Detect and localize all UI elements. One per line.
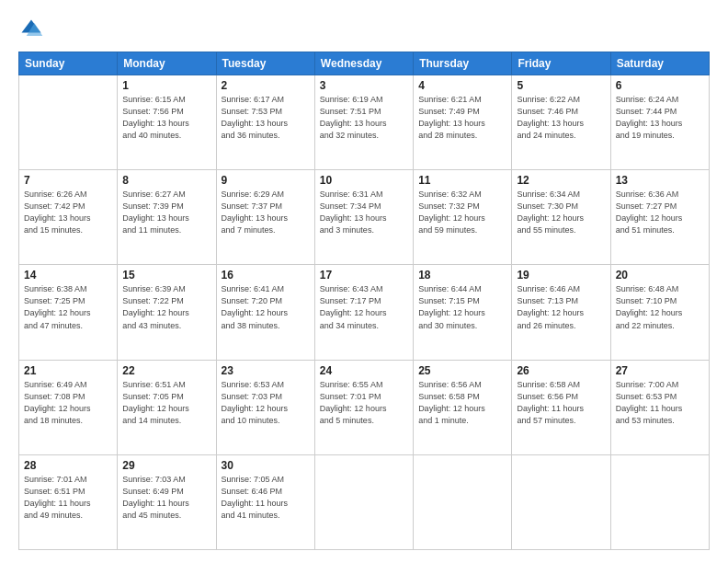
calendar-cell: 9Sunrise: 6:29 AM Sunset: 7:37 PM Daylig…	[216, 170, 314, 265]
day-number: 2	[222, 79, 310, 92]
calendar-header-monday: Monday	[118, 52, 216, 75]
day-info: Sunrise: 7:03 AM Sunset: 6:49 PM Dayligh…	[122, 474, 210, 522]
day-info: Sunrise: 6:17 AM Sunset: 7:53 PM Dayligh…	[222, 94, 310, 142]
day-number: 30	[222, 459, 310, 472]
day-number: 21	[24, 364, 112, 377]
day-number: 13	[616, 174, 704, 187]
day-info: Sunrise: 6:43 AM Sunset: 7:17 PM Dayligh…	[320, 283, 408, 331]
calendar-cell	[19, 75, 118, 170]
calendar-cell: 5Sunrise: 6:22 AM Sunset: 7:46 PM Daylig…	[512, 75, 610, 170]
day-info: Sunrise: 6:48 AM Sunset: 7:10 PM Dayligh…	[616, 283, 704, 331]
calendar-cell: 24Sunrise: 6:55 AM Sunset: 7:01 PM Dayli…	[314, 360, 413, 454]
day-info: Sunrise: 6:51 AM Sunset: 7:05 PM Dayligh…	[122, 379, 210, 427]
day-number: 29	[122, 459, 210, 472]
day-info: Sunrise: 6:38 AM Sunset: 7:25 PM Dayligh…	[24, 283, 112, 331]
calendar-cell: 10Sunrise: 6:31 AM Sunset: 7:34 PM Dayli…	[314, 170, 413, 265]
day-info: Sunrise: 6:53 AM Sunset: 7:03 PM Dayligh…	[222, 379, 310, 427]
calendar-cell: 20Sunrise: 6:48 AM Sunset: 7:10 PM Dayli…	[610, 265, 709, 360]
calendar-cell: 2Sunrise: 6:17 AM Sunset: 7:53 PM Daylig…	[216, 75, 314, 170]
day-info: Sunrise: 7:01 AM Sunset: 6:51 PM Dayligh…	[24, 474, 112, 522]
calendar-cell: 19Sunrise: 6:46 AM Sunset: 7:13 PM Dayli…	[512, 265, 610, 360]
day-info: Sunrise: 6:31 AM Sunset: 7:34 PM Dayligh…	[320, 189, 408, 236]
calendar-cell: 27Sunrise: 7:00 AM Sunset: 6:53 PM Dayli…	[610, 360, 709, 454]
calendar-cell: 6Sunrise: 6:24 AM Sunset: 7:44 PM Daylig…	[610, 75, 709, 170]
day-info: Sunrise: 6:49 AM Sunset: 7:08 PM Dayligh…	[24, 379, 112, 427]
day-number: 23	[222, 364, 310, 377]
calendar-cell	[512, 454, 610, 549]
calendar-cell: 15Sunrise: 6:39 AM Sunset: 7:22 PM Dayli…	[118, 265, 216, 360]
day-number: 11	[418, 174, 506, 187]
day-number: 26	[517, 364, 605, 377]
logo-icon	[18, 17, 44, 42]
day-info: Sunrise: 6:41 AM Sunset: 7:20 PM Dayligh…	[222, 283, 310, 331]
calendar-cell: 21Sunrise: 6:49 AM Sunset: 7:08 PM Dayli…	[19, 360, 118, 454]
header	[18, 17, 710, 42]
calendar-cell: 18Sunrise: 6:44 AM Sunset: 7:15 PM Dayli…	[414, 265, 512, 360]
calendar-header-friday: Friday	[512, 52, 610, 75]
calendar-week-row: 14Sunrise: 6:38 AM Sunset: 7:25 PM Dayli…	[19, 265, 710, 360]
day-number: 7	[24, 174, 112, 187]
calendar-cell: 25Sunrise: 6:56 AM Sunset: 6:58 PM Dayli…	[414, 360, 512, 454]
calendar-week-row: 1Sunrise: 6:15 AM Sunset: 7:56 PM Daylig…	[19, 75, 710, 170]
day-number: 25	[418, 364, 506, 377]
calendar-cell: 16Sunrise: 6:41 AM Sunset: 7:20 PM Dayli…	[216, 265, 314, 360]
calendar-cell	[314, 454, 413, 549]
calendar-week-row: 21Sunrise: 6:49 AM Sunset: 7:08 PM Dayli…	[19, 360, 710, 454]
day-number: 14	[24, 269, 112, 282]
calendar-header-tuesday: Tuesday	[216, 52, 314, 75]
day-info: Sunrise: 6:27 AM Sunset: 7:39 PM Dayligh…	[122, 189, 210, 236]
calendar-cell: 8Sunrise: 6:27 AM Sunset: 7:39 PM Daylig…	[118, 170, 216, 265]
day-info: Sunrise: 6:19 AM Sunset: 7:51 PM Dayligh…	[320, 94, 408, 142]
calendar-header-thursday: Thursday	[414, 52, 512, 75]
day-info: Sunrise: 6:22 AM Sunset: 7:46 PM Dayligh…	[517, 94, 605, 142]
calendar-cell: 28Sunrise: 7:01 AM Sunset: 6:51 PM Dayli…	[19, 454, 118, 549]
calendar-week-row: 7Sunrise: 6:26 AM Sunset: 7:42 PM Daylig…	[19, 170, 710, 265]
day-number: 22	[122, 364, 210, 377]
day-number: 24	[320, 364, 408, 377]
day-info: Sunrise: 6:26 AM Sunset: 7:42 PM Dayligh…	[24, 189, 112, 236]
calendar-cell: 11Sunrise: 6:32 AM Sunset: 7:32 PM Dayli…	[414, 170, 512, 265]
day-info: Sunrise: 6:34 AM Sunset: 7:30 PM Dayligh…	[517, 189, 605, 236]
day-number: 4	[418, 79, 506, 92]
day-info: Sunrise: 6:21 AM Sunset: 7:49 PM Dayligh…	[418, 94, 506, 142]
logo	[18, 17, 48, 42]
day-number: 10	[320, 174, 408, 187]
calendar-week-row: 28Sunrise: 7:01 AM Sunset: 6:51 PM Dayli…	[19, 454, 710, 549]
day-number: 6	[616, 79, 704, 92]
day-number: 19	[517, 269, 605, 282]
calendar-cell: 1Sunrise: 6:15 AM Sunset: 7:56 PM Daylig…	[118, 75, 216, 170]
day-info: Sunrise: 7:00 AM Sunset: 6:53 PM Dayligh…	[616, 379, 704, 427]
day-number: 8	[122, 174, 210, 187]
day-info: Sunrise: 6:46 AM Sunset: 7:13 PM Dayligh…	[517, 283, 605, 331]
calendar-header-sunday: Sunday	[19, 52, 118, 75]
day-info: Sunrise: 6:58 AM Sunset: 6:56 PM Dayligh…	[517, 379, 605, 427]
day-number: 5	[517, 79, 605, 92]
calendar-cell: 30Sunrise: 7:05 AM Sunset: 6:46 PM Dayli…	[216, 454, 314, 549]
day-number: 9	[222, 174, 310, 187]
day-info: Sunrise: 6:29 AM Sunset: 7:37 PM Dayligh…	[222, 189, 310, 236]
day-number: 16	[222, 269, 310, 282]
day-info: Sunrise: 6:24 AM Sunset: 7:44 PM Dayligh…	[616, 94, 704, 142]
day-number: 18	[418, 269, 506, 282]
calendar-cell: 22Sunrise: 6:51 AM Sunset: 7:05 PM Dayli…	[118, 360, 216, 454]
day-number: 28	[24, 459, 112, 472]
day-number: 20	[616, 269, 704, 282]
calendar-cell: 12Sunrise: 6:34 AM Sunset: 7:30 PM Dayli…	[512, 170, 610, 265]
calendar-cell: 4Sunrise: 6:21 AM Sunset: 7:49 PM Daylig…	[414, 75, 512, 170]
calendar-cell: 14Sunrise: 6:38 AM Sunset: 7:25 PM Dayli…	[19, 265, 118, 360]
calendar-table: SundayMondayTuesdayWednesdayThursdayFrid…	[18, 52, 710, 550]
calendar-cell: 23Sunrise: 6:53 AM Sunset: 7:03 PM Dayli…	[216, 360, 314, 454]
day-info: Sunrise: 6:36 AM Sunset: 7:27 PM Dayligh…	[616, 189, 704, 236]
day-number: 27	[616, 364, 704, 377]
calendar-cell: 17Sunrise: 6:43 AM Sunset: 7:17 PM Dayli…	[314, 265, 413, 360]
calendar-cell: 3Sunrise: 6:19 AM Sunset: 7:51 PM Daylig…	[314, 75, 413, 170]
day-info: Sunrise: 6:55 AM Sunset: 7:01 PM Dayligh…	[320, 379, 408, 427]
calendar-cell: 13Sunrise: 6:36 AM Sunset: 7:27 PM Dayli…	[610, 170, 709, 265]
day-info: Sunrise: 6:56 AM Sunset: 6:58 PM Dayligh…	[418, 379, 506, 427]
day-info: Sunrise: 7:05 AM Sunset: 6:46 PM Dayligh…	[222, 474, 310, 522]
calendar-header-saturday: Saturday	[610, 52, 709, 75]
day-number: 3	[320, 79, 408, 92]
calendar-cell: 29Sunrise: 7:03 AM Sunset: 6:49 PM Dayli…	[118, 454, 216, 549]
day-number: 15	[122, 269, 210, 282]
calendar-cell: 7Sunrise: 6:26 AM Sunset: 7:42 PM Daylig…	[19, 170, 118, 265]
